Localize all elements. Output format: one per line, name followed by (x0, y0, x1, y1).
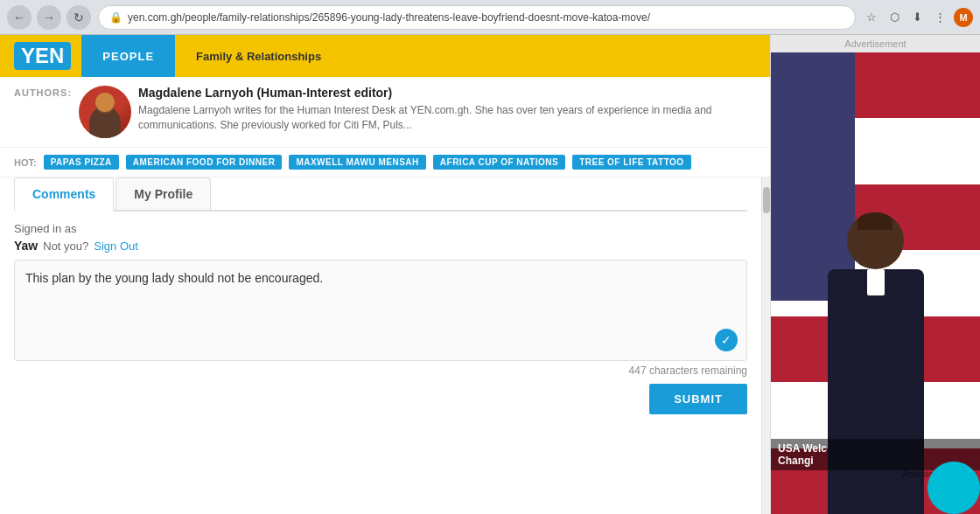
refresh-button[interactable]: ↻ (66, 5, 91, 30)
hot-tag-0[interactable]: PAPAS PIZZA (44, 155, 119, 170)
tab-my-profile[interactable]: My Profile (116, 177, 211, 210)
authors-label: AUTHORS: (14, 86, 72, 98)
avatar-body (89, 107, 121, 138)
bookmark-icon[interactable]: ☆ (863, 9, 880, 26)
extension-icon[interactable]: ⬡ (886, 9, 903, 26)
author-bio: Magdalene Larnyoh writes for the Human I… (138, 103, 756, 133)
tabs-container: Comments My Profile (14, 177, 747, 212)
comments-area: Comments My Profile Signed in as Yaw Not… (0, 177, 770, 514)
hot-tag-2[interactable]: MAXWELL MAWU MENSAH (289, 155, 425, 170)
author-info: Magdalene Larnyoh (Human-Interest editor… (138, 86, 756, 133)
hot-section: HOT: PAPAS PIZZA AMERICAN FOOD FOR DINNE… (0, 148, 770, 177)
main-content-wrapper: YEN PEOPLE Family & Relationships AUTHOR… (0, 35, 770, 514)
menu-icon[interactable]: ⋮ (931, 9, 948, 26)
authors-section: AUTHORS: Magdalene Larnyoh (Human-Intere… (0, 77, 770, 148)
username-display: Yaw (14, 239, 38, 253)
hot-label: HOT: (14, 157, 37, 168)
hot-tag-3[interactable]: AFRICA CUP OF NATIONS (433, 155, 565, 170)
hot-tag-4[interactable]: TREE OF LIFE TATTOO (572, 155, 691, 170)
comments-panel: Comments My Profile Signed in as Yaw Not… (0, 177, 761, 514)
forward-button[interactable]: → (37, 5, 61, 30)
signed-in-label: Signed in as (14, 222, 747, 235)
hot-tag-1[interactable]: AMERICAN FOOD FOR DINNER (126, 155, 283, 170)
check-icon: ✓ (715, 329, 738, 351)
profile-icon[interactable]: M (954, 8, 973, 27)
not-you-text: Not you? (43, 240, 88, 253)
browser-chrome: ← → ↻ 🔒 yen.com.gh/people/family-relatio… (0, 0, 980, 35)
ad-image: USA Welc Changi Activate Windows (771, 52, 980, 514)
comment-input[interactable]: This plan by the young lady should not b… (15, 260, 746, 357)
lock-icon: 🔒 (109, 11, 122, 24)
ad-headline-1: USA Welc (778, 442, 973, 455)
address-bar[interactable]: 🔒 yen.com.gh/people/family-relationships… (98, 5, 856, 30)
nav-tabs: PEOPLE Family & Relationships (81, 35, 342, 77)
browser-controls: ← → ↻ (7, 5, 91, 30)
person-head (847, 212, 904, 269)
author-avatar (79, 86, 131, 138)
ad-label: Advertisement (771, 35, 980, 52)
back-button[interactable]: ← (7, 5, 32, 30)
signed-in-section: Signed in as Yaw Not you? Sign Out (14, 222, 747, 253)
person-shirt (867, 269, 885, 295)
comment-area-wrapper: This plan by the young lady should not b… (14, 260, 747, 361)
ad-section: Advertisement USA Welc Changi Activa (770, 35, 980, 514)
teal-decoration (928, 462, 980, 514)
page-content: YEN PEOPLE Family & Relationships AUTHOR… (0, 35, 980, 514)
avatar-head (95, 94, 115, 114)
nav-tab-family[interactable]: Family & Relationships (175, 50, 342, 63)
yen-logo[interactable]: YEN (14, 42, 71, 70)
site-header: YEN PEOPLE Family & Relationships (0, 35, 770, 77)
char-count: 447 characters remaining (14, 365, 747, 377)
author-name: Magdalene Larnyoh (Human-Interest editor… (138, 86, 756, 100)
scroll-track[interactable] (761, 177, 770, 514)
user-info-row: Yaw Not you? Sign Out (14, 239, 747, 253)
download-icon[interactable]: ⬇ (908, 9, 926, 26)
url-text: yen.com.gh/people/family-relationships/2… (128, 11, 844, 24)
tab-comments[interactable]: Comments (14, 177, 114, 212)
sign-out-link[interactable]: Sign Out (94, 240, 138, 253)
submit-button[interactable]: SUBMIT (649, 384, 747, 414)
browser-icons: ☆ ⬡ ⬇ ⋮ M (863, 8, 973, 27)
person-hair (858, 212, 892, 230)
nav-tab-people[interactable]: PEOPLE (81, 35, 175, 77)
scroll-thumb[interactable] (763, 187, 770, 213)
